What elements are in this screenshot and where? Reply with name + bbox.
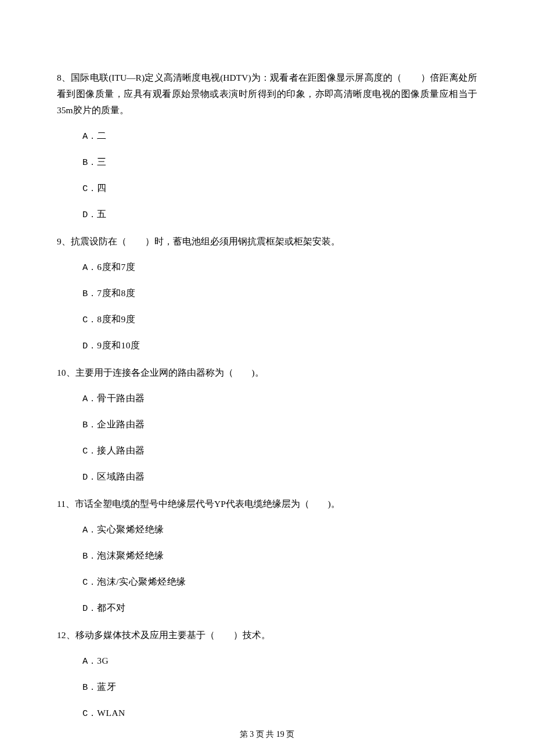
option-label: C．: [82, 446, 97, 456]
option-text: 骨干路由器: [97, 393, 145, 403]
option-c: C．接人路由器: [57, 444, 477, 458]
question-8: 8、国际电联(ITU—R)定义高清晰度电视(HDTV)为：观看者在距图像显示屏高…: [57, 70, 477, 222]
option-label: D．: [82, 341, 97, 351]
option-d: D．9度和10度: [57, 339, 477, 353]
option-text: 实心聚烯烃绝缘: [97, 524, 164, 534]
question-text: 8、国际电联(ITU—R)定义高清晰度电视(HDTV)为：观看者在距图像显示屏高…: [57, 70, 477, 118]
option-c: C．泡沫/实心聚烯烃绝缘: [57, 575, 477, 589]
page-content: 8、国际电联(ITU—R)定义高清晰度电视(HDTV)为：观看者在距图像显示屏高…: [0, 0, 534, 755]
question-text: 12、移动多媒体技术及应用主要基于（ ）技术。: [57, 627, 477, 643]
option-label: B．: [82, 289, 97, 299]
option-label: B．: [82, 157, 97, 168]
option-label: A．: [82, 525, 97, 535]
question-body: 抗震设防在（ ）时，蓄电池组必须用钢抗震框架或柜架安装。: [71, 236, 340, 246]
question-text: 11、市话全塑电缆的型号中绝缘层代号YP代表电缆绝缘层为（ )。: [57, 496, 477, 512]
option-label: A．: [82, 394, 97, 404]
option-text: 6度和7度: [97, 262, 135, 272]
option-label: A．: [82, 131, 97, 142]
question-number: 8、: [57, 73, 71, 82]
question-body: 市话全塑电缆的型号中绝缘层代号YP代表电缆绝缘层为（ )。: [75, 499, 340, 509]
question-body: 移动多媒体技术及应用主要基于（ ）技术。: [75, 630, 270, 640]
option-label: B．: [82, 551, 97, 561]
option-text: 泡沫聚烯烃绝缘: [97, 550, 164, 560]
option-text: 8度和9度: [97, 314, 135, 324]
option-label: A．: [82, 262, 97, 273]
question-body: 国际电联(ITU—R)定义高清晰度电视(HDTV)为：观看者在距图像显示屏高度的…: [57, 73, 477, 115]
option-a: A．实心聚烯烃绝缘: [57, 523, 477, 537]
option-a: A．3G: [57, 654, 477, 668]
option-b: B．泡沫聚烯烃绝缘: [57, 549, 477, 563]
option-text: 二: [97, 131, 107, 141]
option-text: 区域路由器: [97, 471, 145, 481]
question-10: 10、主要用于连接各企业网的路由器称为（ )。 A．骨干路由器 B．企业路由器 …: [57, 365, 477, 484]
option-label: C．: [82, 183, 97, 194]
question-number: 12、: [57, 630, 75, 640]
question-9: 9、抗震设防在（ ）时，蓄电池组必须用钢抗震框架或柜架安装。 A．6度和7度 B…: [57, 233, 477, 353]
option-label: B．: [82, 420, 97, 430]
option-text: 四: [97, 183, 107, 193]
page-footer: 第 3 页 共 19 页: [0, 729, 534, 740]
option-d: D．区域路由器: [57, 470, 477, 484]
option-c: C．四: [57, 181, 477, 196]
option-label: C．: [82, 315, 97, 325]
question-11: 11、市话全塑电缆的型号中绝缘层代号YP代表电缆绝缘层为（ )。 A．实心聚烯烃…: [57, 496, 477, 615]
option-b: B．企业路由器: [57, 417, 477, 432]
option-c: C．8度和9度: [57, 312, 477, 327]
question-text: 9、抗震设防在（ ）时，蓄电池组必须用钢抗震框架或柜架安装。: [57, 233, 477, 250]
option-b: B．7度和8度: [57, 286, 477, 301]
option-text: 企业路由器: [97, 419, 145, 429]
option-b: B．三: [57, 155, 477, 170]
option-text: 接人路由器: [97, 445, 145, 455]
option-text: 泡沫/实心聚烯烃绝缘: [97, 577, 186, 586]
option-text: 三: [97, 157, 107, 167]
question-12: 12、移动多媒体技术及应用主要基于（ ）技术。 A．3G B．蓝牙 C．WLAN: [57, 627, 477, 721]
option-text: 3G: [97, 656, 109, 665]
option-d: D．五: [57, 207, 477, 222]
question-body: 主要用于连接各企业网的路由器称为（ )。: [75, 368, 264, 377]
option-label: D．: [82, 472, 97, 483]
option-b: B．蓝牙: [57, 680, 477, 694]
option-d: D．都不对: [57, 601, 477, 615]
option-text: 五: [97, 209, 107, 219]
option-label: D．: [82, 210, 97, 220]
option-text: 都不对: [97, 603, 126, 613]
question-text: 10、主要用于连接各企业网的路由器称为（ )。: [57, 365, 477, 381]
option-label: C．: [82, 577, 97, 588]
question-number: 10、: [57, 368, 75, 377]
question-number: 11、: [57, 499, 75, 509]
option-text: 蓝牙: [97, 682, 116, 692]
option-a: A．6度和7度: [57, 260, 477, 275]
option-label: A．: [82, 656, 97, 667]
option-c: C．WLAN: [57, 706, 477, 721]
option-text: WLAN: [97, 708, 125, 718]
option-a: A．骨干路由器: [57, 391, 477, 406]
question-number: 9、: [57, 236, 71, 246]
option-text: 7度和8度: [97, 288, 135, 298]
option-label: B．: [82, 682, 97, 693]
option-label: C．: [82, 708, 97, 719]
page-number-text: 第 3 页 共 19 页: [240, 730, 295, 739]
option-text: 9度和10度: [97, 340, 140, 350]
option-a: A．二: [57, 129, 477, 143]
option-label: D．: [82, 603, 97, 614]
